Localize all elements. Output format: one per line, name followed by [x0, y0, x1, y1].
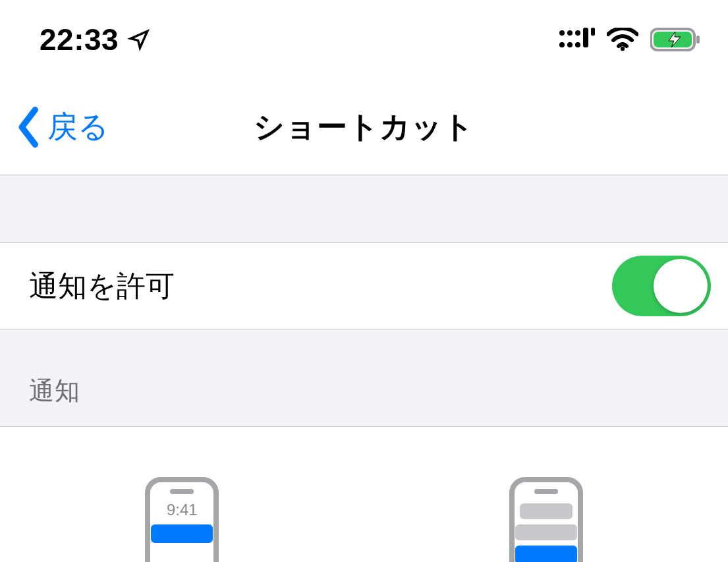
status-bar-right	[558, 26, 702, 53]
allow-notifications-toggle[interactable]	[612, 256, 711, 316]
status-bar: 22:33	[0, 0, 728, 79]
phone-notch-icon	[534, 489, 558, 494]
chevron-left-icon	[14, 107, 43, 148]
notification-style-preview: 9:41	[0, 427, 728, 562]
allow-notifications-label: 通知を許可	[29, 267, 175, 306]
svg-point-4	[559, 42, 565, 47]
svg-point-2	[575, 30, 580, 36]
svg-point-6	[575, 42, 580, 47]
preview-row	[515, 524, 577, 540]
preview-notification-center[interactable]	[509, 477, 583, 562]
section-header-notifications: 通知	[0, 329, 728, 427]
preview-banner	[515, 546, 577, 562]
toggle-knob	[654, 259, 708, 313]
svg-rect-7	[583, 28, 588, 47]
preview-lock-time: 9:41	[167, 501, 198, 519]
svg-point-0	[559, 30, 565, 36]
preview-lock-screen[interactable]: 9:41	[145, 477, 219, 562]
back-button[interactable]: 戻る	[14, 107, 109, 148]
cellular-icon	[558, 26, 595, 53]
status-bar-left: 22:33	[40, 22, 150, 57]
svg-point-1	[567, 30, 573, 36]
wifi-icon	[607, 28, 638, 51]
page-title: ショートカット	[254, 107, 474, 148]
preview-banner	[151, 524, 213, 543]
battery-charging-icon	[650, 27, 702, 52]
phone-notch-icon	[170, 489, 194, 494]
preview-row	[520, 503, 573, 519]
svg-rect-8	[591, 28, 595, 36]
nav-bar: 戻る ショートカット	[0, 79, 728, 175]
allow-notifications-row: 通知を許可	[0, 243, 728, 329]
svg-point-9	[621, 47, 625, 51]
location-icon	[128, 28, 150, 51]
svg-rect-12	[696, 36, 700, 43]
back-label: 戻る	[47, 107, 109, 148]
section-gap	[0, 175, 728, 243]
svg-point-5	[567, 42, 573, 47]
status-time: 22:33	[40, 22, 119, 57]
